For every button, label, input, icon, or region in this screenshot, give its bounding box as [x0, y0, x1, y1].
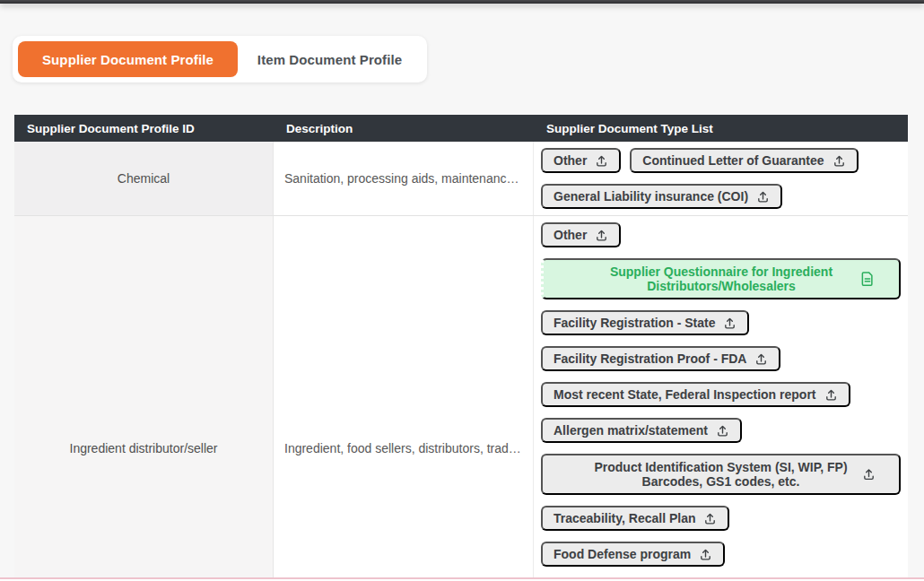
upload-icon[interactable]: [716, 424, 729, 438]
table-row: Ingredient distributor/sellerIngredient,…: [14, 216, 908, 581]
supplier-document-profile-table: Supplier Document Profile ID Description…: [14, 115, 908, 581]
upload-icon[interactable]: [754, 352, 768, 366]
doc-type-chip[interactable]: Allergen matrix/statement: [541, 418, 742, 443]
doc-type-label: Continued Letter of Guarantee: [642, 153, 824, 168]
doc-type-chip[interactable]: Continued Letter of Guarantee: [630, 148, 858, 173]
doc-type-chip[interactable]: Other: [541, 222, 621, 247]
tab-item-document-profile[interactable]: Item Document Profile: [238, 41, 422, 77]
column-header-profile-id: Supplier Document Profile ID: [14, 122, 274, 135]
doc-type-label: Food Defense program: [554, 547, 691, 561]
upload-icon[interactable]: [824, 388, 838, 402]
top-toolbar-edge: [0, 0, 924, 4]
profile-tabs: Supplier Document Profile Item Document …: [13, 36, 427, 82]
doc-type-list-cell: OtherSupplier Questionnaire for Ingredie…: [534, 216, 908, 581]
tab-supplier-document-profile[interactable]: Supplier Document Profile: [18, 41, 238, 77]
doc-type-label: General Liability insurance (COI): [554, 189, 748, 204]
description-text: Sanitation, processing aids, maintenance…: [284, 171, 522, 186]
doc-type-label: Facility Registration - State: [554, 316, 715, 330]
doc-type-label: Traceability, Recall Plan: [554, 511, 695, 525]
doc-type-label: Product Identification System (SI, WIP, …: [579, 460, 863, 489]
doc-type-label: Other: [554, 228, 587, 242]
doc-type-label: Most recent State, Federal Inspection re…: [554, 387, 816, 402]
upload-icon[interactable]: [703, 512, 717, 525]
doc-type-list-cell: OtherContinued Letter of GuaranteeGenera…: [534, 142, 908, 215]
table-body: ChemicalSanitation, processing aids, mai…: [14, 142, 908, 581]
description-cell: Sanitation, processing aids, maintenance…: [274, 142, 534, 215]
upload-icon[interactable]: [595, 229, 608, 242]
column-header-doc-type-list: Supplier Document Type List: [534, 122, 908, 135]
profile-id-cell: Ingredient distributor/seller: [14, 216, 274, 581]
table-row: ChemicalSanitation, processing aids, mai…: [14, 142, 908, 216]
upload-icon[interactable]: [756, 190, 770, 204]
doc-type-label: Other: [554, 153, 587, 168]
doc-type-chip[interactable]: Food Defense program: [541, 542, 725, 567]
doc-type-chip[interactable]: General Liability insurance (COI): [541, 184, 782, 209]
doc-type-chip[interactable]: Facility Registration - State: [541, 310, 749, 335]
profile-id-cell: Chemical: [14, 142, 274, 215]
doc-type-label: Facility Registration Proof - FDA: [554, 351, 746, 366]
column-header-description: Description: [274, 122, 534, 135]
doc-type-chip[interactable]: Product Identification System (SI, WIP, …: [541, 454, 901, 495]
upload-icon[interactable]: [595, 154, 608, 168]
doc-type-chip[interactable]: Traceability, Recall Plan: [541, 506, 729, 531]
upload-icon[interactable]: [699, 548, 712, 561]
table-header: Supplier Document Profile ID Description…: [14, 115, 908, 142]
description-cell: Ingredient, food sellers, distributors, …: [274, 216, 534, 581]
doc-type-chip[interactable]: Supplier Questionnaire for Ingredient Di…: [541, 258, 901, 299]
description-text: Ingredient, food sellers, distributors, …: [284, 441, 522, 455]
doc-type-chip[interactable]: Other: [541, 148, 621, 173]
doc-type-label: Supplier Questionnaire for Ingredient Di…: [580, 264, 863, 293]
doc-type-chip[interactable]: Facility Registration Proof - FDA: [541, 346, 780, 371]
doc-type-chip[interactable]: Most recent State, Federal Inspection re…: [541, 382, 850, 407]
doc-type-label: Allergen matrix/statement: [554, 423, 708, 438]
upload-icon[interactable]: [832, 154, 846, 168]
upload-icon[interactable]: [723, 317, 737, 330]
